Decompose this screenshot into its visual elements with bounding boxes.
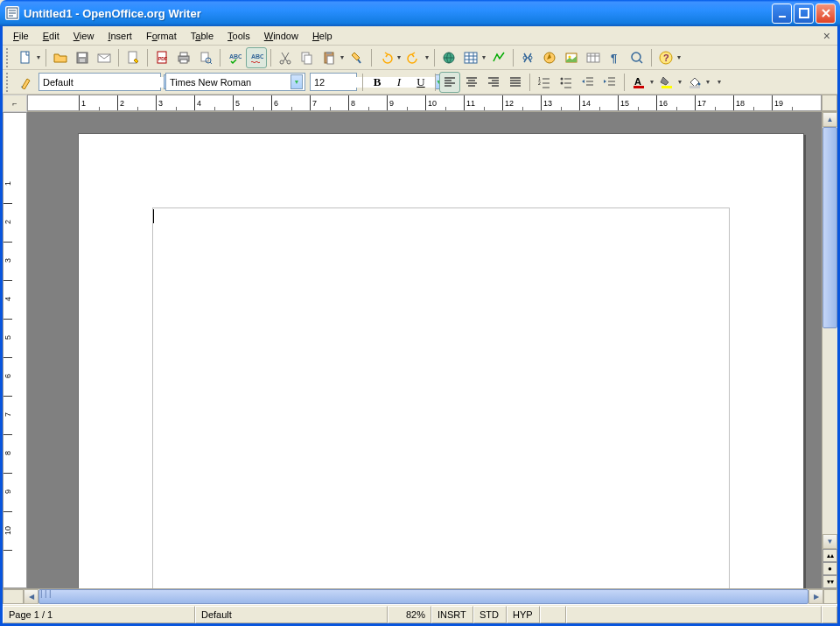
scroll-left-button[interactable]: ◀	[24, 589, 38, 604]
spellcheck-button[interactable]: ABC	[224, 47, 245, 68]
increase-indent-button[interactable]	[599, 72, 620, 93]
open-button[interactable]	[50, 47, 71, 68]
menu-window[interactable]: Window	[257, 29, 305, 43]
background-color-button[interactable]	[684, 72, 705, 93]
horizontal-ruler[interactable]: 12345678910111213141516171819	[27, 95, 822, 111]
align-justify-button[interactable]	[505, 72, 526, 93]
toolbar-handle[interactable]	[6, 48, 11, 67]
align-right-button[interactable]	[483, 72, 504, 93]
numbered-list-button[interactable]: 12	[534, 72, 555, 93]
paragraph-style-combo[interactable]	[38, 73, 161, 91]
status-page[interactable]: Page 1 / 1	[3, 606, 195, 623]
status-insert[interactable]: INSRT	[431, 606, 473, 623]
redo-dropdown[interactable]: ▾	[424, 53, 430, 61]
highlight-button[interactable]	[656, 72, 677, 93]
close-document-button[interactable]: ×	[820, 29, 834, 43]
minimize-button[interactable]	[772, 4, 792, 24]
styles-button[interactable]	[15, 72, 36, 93]
ruler-tick: 18	[733, 95, 772, 110]
menu-edit[interactable]: Edit	[36, 29, 66, 43]
align-center-button[interactable]	[461, 72, 482, 93]
font-color-button[interactable]: A	[628, 72, 649, 93]
toolbar-options-dropdown[interactable]: ▾	[676, 53, 682, 61]
horizontal-scrollbar[interactable]: ◀ ┃┃┃ ▶	[24, 589, 823, 604]
vertical-ruler[interactable]: 12345678910	[3, 112, 27, 588]
paste-button[interactable]	[318, 47, 340, 68]
underline-button[interactable]: U	[410, 72, 431, 93]
close-button[interactable]	[816, 4, 836, 24]
resize-grip[interactable]	[822, 606, 837, 623]
dropdown-icon[interactable]	[290, 74, 303, 89]
new-dropdown[interactable]: ▾	[35, 53, 42, 61]
font-size-combo[interactable]	[310, 73, 357, 91]
menu-insert[interactable]: Insert	[101, 29, 139, 43]
print-button[interactable]	[173, 47, 194, 68]
scroll-right-button[interactable]: ▶	[808, 589, 823, 604]
decrease-indent-button[interactable]	[578, 72, 598, 93]
svg-rect-6	[80, 59, 85, 62]
scroll-up-button[interactable]: ▲	[822, 112, 837, 127]
font-color-dropdown[interactable]: ▾	[648, 78, 655, 86]
vertical-scrollbar[interactable]: ▲ ▼ ▴▴ ● ▾▾	[822, 112, 837, 588]
menu-help[interactable]: Help	[305, 29, 340, 43]
svg-rect-3	[21, 52, 29, 63]
toolbar-handle[interactable]	[6, 73, 11, 92]
menu-file[interactable]: File	[6, 29, 36, 43]
menu-format[interactable]: Format	[139, 29, 184, 43]
prev-page-button[interactable]: ▴▴	[822, 549, 837, 562]
italic-button[interactable]: I	[388, 72, 410, 93]
status-style[interactable]: Default	[195, 606, 388, 623]
navigator-button[interactable]	[539, 47, 560, 68]
hyperlink-button[interactable]	[438, 47, 459, 68]
background-dropdown[interactable]: ▾	[704, 78, 711, 86]
find-button[interactable]	[517, 47, 538, 68]
email-button[interactable]	[94, 47, 115, 68]
status-std[interactable]: STD	[473, 606, 507, 623]
toolbar-options-dropdown[interactable]: ▾	[716, 78, 723, 86]
redo-button[interactable]	[403, 47, 424, 68]
page[interactable]	[78, 133, 804, 588]
menu-table[interactable]: Table	[184, 29, 220, 43]
export-pdf-button[interactable]: PDF	[151, 47, 172, 68]
font-name-combo[interactable]	[165, 73, 305, 91]
scroll-down-button[interactable]: ▼	[822, 534, 837, 549]
maximize-button[interactable]	[794, 4, 814, 24]
show-draw-button[interactable]	[488, 47, 509, 68]
format-paintbrush-button[interactable]	[346, 47, 368, 68]
scroll-thumb[interactable]: ┃┃┃	[38, 589, 808, 604]
undo-dropdown[interactable]: ▾	[396, 53, 402, 61]
navigation-button[interactable]: ●	[822, 562, 837, 575]
highlight-dropdown[interactable]: ▾	[676, 78, 683, 86]
ruler-tick: 8	[348, 95, 387, 110]
new-button[interactable]	[15, 47, 36, 68]
status-zoom[interactable]: 82%	[388, 606, 431, 623]
bulleted-list-button[interactable]	[556, 72, 577, 93]
next-page-button[interactable]: ▾▾	[822, 575, 837, 588]
font-name-input[interactable]	[170, 77, 290, 88]
copy-button[interactable]	[297, 47, 318, 68]
print-preview-button[interactable]	[195, 47, 216, 68]
paste-dropdown[interactable]: ▾	[339, 53, 346, 61]
bold-button[interactable]: B	[367, 72, 388, 93]
document-canvas[interactable]	[27, 112, 822, 588]
scroll-thumb[interactable]	[822, 127, 837, 328]
table-button[interactable]	[460, 47, 481, 68]
auto-spellcheck-button[interactable]: ABC	[246, 47, 267, 68]
menu-tools[interactable]: Tools	[220, 29, 257, 43]
save-button[interactable]	[72, 47, 93, 68]
cut-button[interactable]	[275, 47, 296, 68]
undo-button[interactable]	[375, 47, 396, 68]
svg-rect-13	[180, 60, 187, 63]
align-left-button[interactable]	[439, 72, 460, 93]
status-hyp[interactable]: HYP	[507, 606, 540, 623]
paragraph-style-input[interactable]	[43, 77, 164, 88]
edit-file-button[interactable]	[122, 47, 144, 68]
data-sources-button[interactable]	[583, 47, 604, 68]
table-dropdown[interactable]: ▾	[480, 53, 487, 61]
menu-view[interactable]: View	[66, 29, 102, 43]
zoom-button[interactable]	[626, 47, 648, 68]
help-button[interactable]: ?	[655, 47, 676, 68]
gallery-button[interactable]	[561, 47, 582, 68]
status-empty1	[540, 606, 566, 623]
nonprinting-chars-button[interactable]: ¶	[605, 47, 626, 68]
